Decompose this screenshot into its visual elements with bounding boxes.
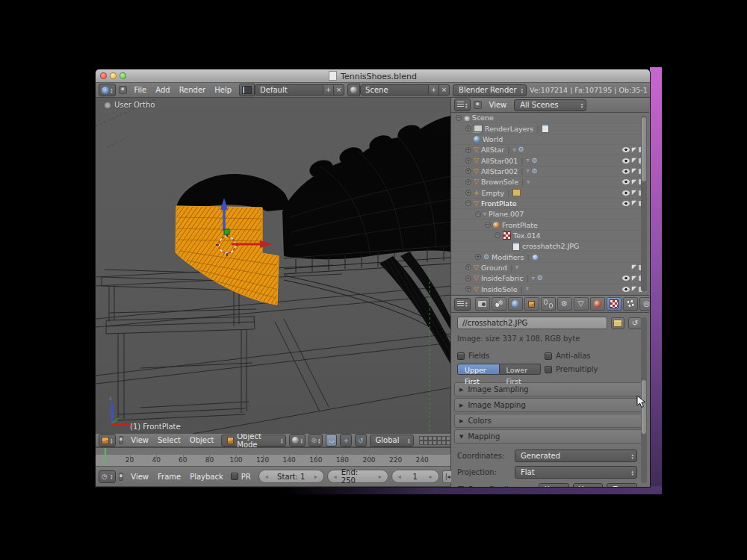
add-layout-button[interactable]: + — [323, 84, 334, 96]
outliner-row[interactable]: crosshatch2.JPG — [451, 241, 649, 252]
visibility-eye-icon[interactable] — [622, 169, 630, 174]
decrement-icon[interactable]: ◂ — [265, 473, 268, 480]
collapse-menus-button[interactable]: ▪ — [119, 86, 127, 94]
viewport-3d[interactable]: x z User Ortho (1) FrontPlate — [96, 98, 450, 434]
outliner-item-label[interactable]: World — [483, 135, 503, 143]
expand-toggle-icon[interactable]: − — [475, 211, 481, 217]
premultiply-checkbox[interactable] — [545, 366, 552, 373]
increment-icon[interactable]: ▸ — [314, 473, 317, 480]
selectability-cursor-icon[interactable]: ◤ — [632, 168, 636, 174]
timeline-menu-view[interactable]: View — [126, 473, 153, 481]
visibility-eye-icon[interactable] — [622, 287, 630, 292]
selectability-cursor-icon[interactable]: ◤ — [632, 179, 636, 185]
layers-grid[interactable] — [419, 436, 455, 445]
collapse-menus-button[interactable]: ▪ — [119, 473, 124, 481]
selectability-cursor-icon[interactable]: ◤ — [632, 276, 636, 281]
pivot-dropdown[interactable]: ◎▴▾ — [309, 434, 323, 447]
outliner-row[interactable]: +▽AllStar002|▿⚙◤ — [451, 167, 649, 177]
viewport-shading-dropdown[interactable]: ▴▾ — [289, 434, 306, 447]
outliner-row[interactable]: −◉Scene — [451, 113, 649, 123]
upper-first-toggle[interactable]: Upper First — [457, 364, 500, 375]
visibility-eye-icon[interactable] — [622, 190, 630, 196]
outliner-row[interactable]: World — [451, 134, 649, 145]
viewport-menu-object[interactable]: Object — [185, 436, 219, 444]
menu-file[interactable]: File — [130, 86, 152, 94]
scene-name[interactable]: Scene — [360, 84, 429, 96]
menu-help[interactable]: Help — [210, 86, 236, 94]
outliner-row[interactable]: +▽AllStar001|▿⚙◤ — [451, 155, 649, 166]
lower-first-toggle[interactable]: Lower First — [500, 364, 541, 375]
properties-scrollbar[interactable] — [641, 317, 647, 483]
decrement-icon[interactable]: ◂ — [334, 473, 337, 480]
screen-layout-browse-button[interactable] — [239, 84, 255, 96]
selectability-cursor-icon[interactable]: ◤ — [632, 158, 636, 164]
panel-header-mapping[interactable]: ▼ Mapping — [454, 429, 646, 444]
coordinates-dropdown[interactable]: Generated▴▾ — [515, 449, 637, 462]
outliner-row[interactable]: +RenderLayers| — [451, 123, 649, 134]
outliner-item-label[interactable]: AllStar001 — [481, 157, 518, 165]
open-image-button[interactable] — [611, 317, 624, 329]
outliner-row[interactable]: +▽InsideFabric|▿⚙◤ — [451, 273, 649, 284]
viewport-menu-select[interactable]: Select — [153, 436, 185, 444]
scene-browse-button[interactable] — [347, 84, 360, 96]
increment-icon[interactable]: ▸ — [430, 473, 433, 480]
from-dupli-checkbox[interactable] — [457, 486, 465, 488]
frame-start-field[interactable]: ◂Start: 1▸ — [258, 470, 324, 483]
outliner-row[interactable]: −▿Plane.007 — [451, 209, 649, 220]
expand-toggle-icon[interactable]: − — [495, 232, 500, 238]
expand-toggle-icon[interactable]: + — [465, 147, 471, 153]
menu-add[interactable]: Add — [151, 86, 174, 94]
panel-header-colors[interactable]: ▶Colors — [454, 414, 646, 428]
tab-modifiers[interactable]: ⚙ — [557, 297, 572, 311]
outliner-item-label[interactable]: FrontPlate — [481, 199, 517, 208]
menu-render[interactable]: Render — [175, 86, 211, 94]
outliner-item-label[interactable]: AllStar — [481, 146, 504, 154]
tab-constraints[interactable] — [541, 297, 556, 311]
outliner-scrollbar-thumb[interactable] — [642, 117, 646, 181]
outliner-item-label[interactable]: AllStar002 — [481, 167, 518, 175]
selectability-cursor-icon[interactable]: ◤ — [632, 200, 636, 206]
editor-type-selector-timeline[interactable]: ◷▴▾ — [99, 470, 116, 483]
collapse-menus-button[interactable]: ▪ — [119, 436, 124, 444]
outliner-item-label[interactable]: BrownSole — [481, 178, 518, 186]
increment-icon[interactable]: ▸ — [379, 473, 382, 480]
expand-toggle-icon[interactable]: + — [465, 276, 471, 281]
outliner-row[interactable]: −Tex.014 — [451, 231, 649, 241]
tab-data[interactable]: ▽ — [574, 297, 589, 311]
frame-end-field[interactable]: ◂End: 250▸ — [327, 470, 388, 483]
tab-texture[interactable] — [607, 297, 622, 311]
editor-type-selector-outliner[interactable]: ▴▾ — [454, 99, 471, 111]
panel-header-image-sampling[interactable]: ▶Image Sampling — [454, 382, 646, 396]
reload-image-button[interactable]: ↺ — [628, 317, 642, 329]
axis-dropdown-x[interactable]: X▴▾ — [539, 483, 569, 487]
delete-layout-button[interactable]: × — [334, 84, 344, 96]
outliner-view-menu[interactable]: View — [485, 101, 512, 109]
manipulator-rotate-button[interactable]: ↺ — [355, 434, 367, 447]
editor-type-selector-info[interactable]: i▴▾ — [99, 84, 116, 96]
outliner-row[interactable]: +▽BrownSole|▿◤ — [451, 177, 649, 187]
outliner-row[interactable]: −▽FrontPlate◤ — [451, 199, 649, 209]
tab-material[interactable] — [590, 297, 605, 311]
outliner-item-label[interactable]: InsideFabric — [481, 274, 524, 282]
expand-toggle-icon[interactable]: + — [465, 286, 471, 292]
tab-world[interactable] — [508, 297, 523, 311]
selectability-cursor-icon[interactable]: ◤ — [632, 286, 636, 292]
screen-layout-name[interactable]: Default — [255, 84, 323, 96]
outliner-item-label[interactable]: InsideSole — [481, 285, 518, 293]
visibility-eye-icon[interactable] — [622, 179, 630, 184]
selectability-cursor-icon[interactable]: ◤ — [632, 264, 636, 270]
timeline-menu-frame[interactable]: Frame — [153, 473, 185, 481]
expand-toggle-icon[interactable]: + — [465, 125, 471, 131]
viewport-menu-view[interactable]: View — [126, 436, 153, 444]
tab-object[interactable] — [524, 297, 539, 311]
expand-toggle-icon[interactable]: + — [465, 264, 471, 270]
visibility-eye-icon[interactable] — [622, 201, 630, 206]
decrement-icon[interactable]: ◂ — [398, 473, 401, 480]
editor-type-selector-properties[interactable]: ▴▾ — [454, 298, 471, 311]
outliner-row[interactable]: +▽Ground|▿◤ — [451, 263, 649, 273]
pr-checkbox[interactable] — [231, 473, 238, 480]
outliner-item-label[interactable]: Scene — [472, 113, 494, 122]
render-engine-dropdown[interactable]: Blender Render▴▾ — [453, 84, 527, 96]
tab-scene[interactable] — [492, 297, 506, 311]
panel-header-image-mapping[interactable]: ▶Image Mapping — [454, 398, 646, 412]
